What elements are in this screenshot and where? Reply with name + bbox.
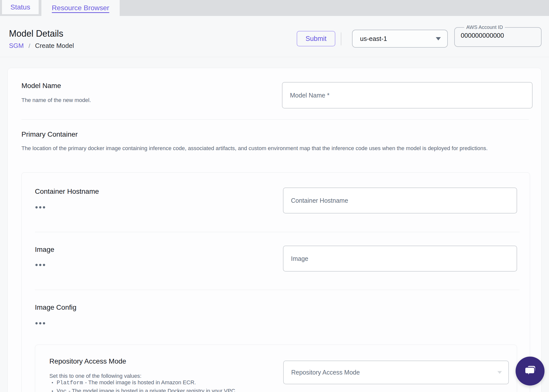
field-divider [35,232,520,232]
tab-bar: Status Resource Browser [0,0,549,16]
repository-access-mode-options-list: • Platform - The model image is hosted i… [52,379,237,392]
breadcrumb-root-link[interactable]: SGM [9,42,24,49]
region-select-value: us-east-1 [360,35,387,43]
region-select[interactable]: us-east-1 [352,30,448,48]
section-divider [21,119,529,120]
repository-access-mode-select[interactable]: Repository Access Mode [283,361,509,384]
model-details-card: Model Name The name of the new model. Pr… [7,68,542,392]
repository-access-mode-placeholder: Repository Access Mode [291,369,360,376]
option-code: Platform [57,380,83,386]
aws-account-id-input[interactable] [461,32,533,39]
field-divider [35,290,520,290]
primary-container-label: Primary Container [21,130,78,138]
container-hostname-label: Container Hostname [35,188,99,196]
breadcrumb: SGM / Create Model [9,42,74,50]
chat-launcher-button[interactable] [516,357,545,386]
page-title: Model Details [9,28,63,39]
aws-account-id-label: AWS Account ID [464,24,505,30]
primary-container-group: Container Hostname Image Image Config Re… [21,172,530,392]
image-config-label: Image Config [35,303,77,311]
container-hostname-more-ellipsis-icon[interactable] [35,206,45,208]
model-name-input[interactable] [282,82,533,108]
breadcrumb-current: Create Model [35,42,74,49]
bullet-icon: • [52,380,53,386]
tab-resource-browser[interactable]: Resource Browser [41,0,120,16]
image-input[interactable] [283,246,517,272]
primary-container-description: The location of the primary docker image… [21,144,519,153]
aws-account-id-field: AWS Account ID [454,24,542,47]
option-code: Vpc [57,388,67,392]
model-name-label: Model Name [21,82,61,90]
repository-access-mode-label: Repository Access Mode [49,357,126,365]
chat-icon [523,364,537,378]
chevron-down-icon [436,37,441,40]
tab-status[interactable]: Status [2,0,39,14]
container-hostname-input[interactable] [283,188,517,213]
bullet-icon: • [52,389,53,392]
option-text: - The model image is hosted in Amazon EC… [85,379,196,386]
breadcrumb-separator: / [28,42,30,49]
page-header: Model Details SGM / Create Model Submit … [0,16,549,57]
image-more-ellipsis-icon[interactable] [35,264,45,266]
list-item: • Vpc - The model image is hosted in a p… [52,388,237,392]
app-window: Status Resource Browser Model Details SG… [0,0,549,392]
image-config-more-ellipsis-icon[interactable] [35,322,45,324]
image-label: Image [35,246,54,254]
list-item: • Platform - The model image is hosted i… [52,379,237,388]
option-text: - The model image is hosted in a private… [69,388,237,392]
header-divider [341,32,341,45]
model-name-description: The name of the new model. [21,96,91,105]
chevron-down-icon [497,371,502,374]
image-config-group: Repository Access Mode Set this to one o… [35,345,517,392]
submit-button[interactable]: Submit [297,31,335,46]
